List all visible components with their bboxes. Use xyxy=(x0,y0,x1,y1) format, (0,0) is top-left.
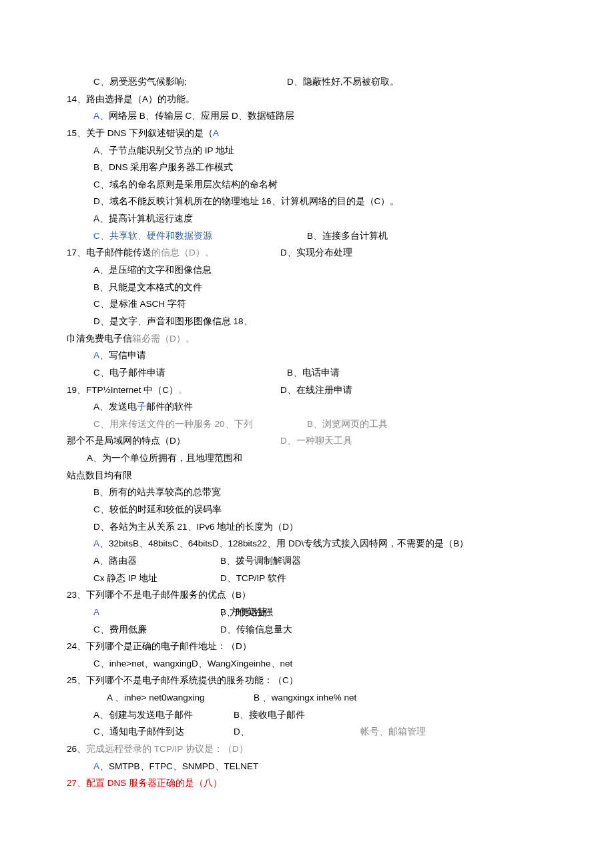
q15d: D、域名不能反映计算机所在的物理地址 16、计算机网络的目的是（C）。 xyxy=(67,193,547,210)
q25a: A、创建与发送电子邮件 xyxy=(93,707,234,724)
line-13cd: C、易受恶劣气候影响; D、隐蔽性好,不易被窃取。 xyxy=(67,73,547,91)
q24c: C、inhe>net、wangxingD、WangXingeinhe、net xyxy=(67,655,547,673)
q17-line: 17、电子邮件能传送的信息（D）。 D、实现分布处理 xyxy=(67,244,547,262)
q17b: B、只能是文本格式的文件 xyxy=(67,279,547,296)
q16c: C、共享软、硬件和数据资源 xyxy=(93,228,307,245)
q20d: D、各站为主从关系 21、IPv6 地址的长度为（D） xyxy=(67,518,547,536)
q18cb: C、电子邮件申请 B、电话申请 xyxy=(67,364,547,382)
q17: 17、电子邮件能传送的信息（D）。 xyxy=(67,244,280,262)
q16cb: C、共享软、硬件和数据资源 B、连接多台计算机 xyxy=(67,228,547,245)
q21a: A、32bitsB、48bitsC、64bitsD、128bits22、用 DD… xyxy=(67,535,547,552)
q25-ab-gray: A 、inhe> net0wangxing B 、wangxingx inhe%… xyxy=(67,689,547,707)
q17d: D、是文字、声音和图形图像信息 18、 xyxy=(67,313,547,330)
q18a: A、写信申请 xyxy=(67,347,547,364)
q19: 19、FTP½Internet 中（C）。 xyxy=(67,382,280,399)
q25: 25、下列哪个不是电子邮件系统提供的服务功能：（C） xyxy=(67,672,547,689)
q22a: A、路由器 xyxy=(93,552,220,570)
q16b: B、连接多台计算机 xyxy=(307,228,547,245)
q22cd: Cx 静态 IP 地址 D、TCP/IP 软件 xyxy=(67,570,547,587)
q14: 14、路由选择是（A）的功能。 xyxy=(67,91,547,108)
q25ab1: A 、inhe> net0wangxing xyxy=(107,689,254,707)
q22b: B、拨号调制解调器 xyxy=(220,552,301,570)
q16d: D、实现分布处理 xyxy=(280,244,547,262)
q25d: D、帐号、邮箱管理 xyxy=(234,723,426,741)
q15c: C、域名的命名原则是采用层次结构的命名树 xyxy=(67,176,547,193)
q19a: A、发送电子邮件的软件 xyxy=(67,398,547,416)
q27: 27、配置 DNS 服务器正确的是（八） xyxy=(67,775,547,792)
q23c: C、费用低廉 xyxy=(93,621,220,638)
q20b: B、所有的站共享较高的总带宽 xyxy=(67,484,547,501)
q22c: Cx 静态 IP 地址 xyxy=(93,570,220,587)
q25cd: C、通知电子邮件到达 D、帐号、邮箱管理 xyxy=(67,723,547,741)
q20-line: 那个不是局域网的特点（D） D、一种聊天工具 xyxy=(67,432,547,450)
q20c: C、较低的时延和较低的误码率 xyxy=(67,501,547,518)
q23cd: C、费用低廉 D、传输信息量大 xyxy=(67,621,547,638)
q20: 那个不是局域网的特点（D） xyxy=(67,432,280,450)
q19b: B、浏览网页的工具 xyxy=(307,416,547,433)
q20a1: A、为一个单位所拥有，且地理范围和 xyxy=(67,450,547,467)
opt-13c: C、易受恶劣气候影响; xyxy=(93,73,287,91)
q25c: C、通知电子邮件到达 xyxy=(93,723,234,741)
q19d: D、一种聊天工具 xyxy=(280,432,547,450)
q17c: C、是标准 ASCH 字符 xyxy=(67,296,547,313)
q18d: D、在线注册申请 xyxy=(280,382,547,399)
q19cb: C、用来传送文件的一种服务 20、下列 B、浏览网页的工具 xyxy=(67,416,547,433)
q15: 15、关于 DNS 下列叙述错误的是（A xyxy=(67,125,547,142)
q23a: A、方便迅捷 xyxy=(93,604,220,621)
document-page: C、易受恶劣气候影响; D、隐蔽性好,不易被窃取。 14、路由选择是（A）的功能… xyxy=(0,0,614,868)
q25b: B、接收电子邮件 xyxy=(234,707,305,724)
q25ab2: B 、wangxingx inhe% net xyxy=(254,689,356,707)
q19-line: 19、FTP½Internet 中（C）。 D、在线注册申请 xyxy=(67,382,547,399)
q23d: D、传输信息量大 xyxy=(220,621,292,638)
q23b: B、时实性强 xyxy=(220,604,273,621)
q15b: B、DNS 采用客户服务器工作模式 xyxy=(67,159,547,176)
q18: 巾清免费电子信箱必需（D）。 xyxy=(67,330,547,348)
q23ab: A、方便迅捷 B、时实性强 xyxy=(67,604,547,621)
q19c: C、用来传送文件的一种服务 20、下列 xyxy=(93,416,307,433)
q18c: C、电子邮件申请 xyxy=(93,364,287,382)
q24: 24、下列哪个是正确的电子邮件地址：（D） xyxy=(67,638,547,655)
q25ab: A、创建与发送电子邮件 B、接收电子邮件 xyxy=(67,707,547,724)
q18b: B、电话申请 xyxy=(287,364,547,382)
q23: 23、下列哪个不是电子邮件服务的优点（B） xyxy=(67,586,547,604)
q14-italic-a: A xyxy=(93,111,99,121)
q22ab: A、路由器 B、拨号调制解调器 xyxy=(67,552,547,570)
q26: 26、完成远程登录的 TCP/IP 协议是：（D） xyxy=(67,741,547,758)
q16a: A、提高计算机运行速度 xyxy=(67,210,547,228)
q14-opts: 、网络层 B、传输层 C、应用层 D、数据链路层 xyxy=(99,111,294,121)
opt-13d: D、隐蔽性好,不易被窃取。 xyxy=(287,73,547,91)
q22d: D、TCP/IP 软件 xyxy=(220,570,286,587)
q15a: A、子节点能识别父节点的 IP 地址 xyxy=(67,142,547,159)
q17a: A、是压缩的文字和图像信息 xyxy=(67,262,547,279)
q20a2: 站点数目均有限 xyxy=(67,467,547,484)
q26a: A、SMTPB、FTPC、SNMPD、TELNET xyxy=(67,758,547,775)
